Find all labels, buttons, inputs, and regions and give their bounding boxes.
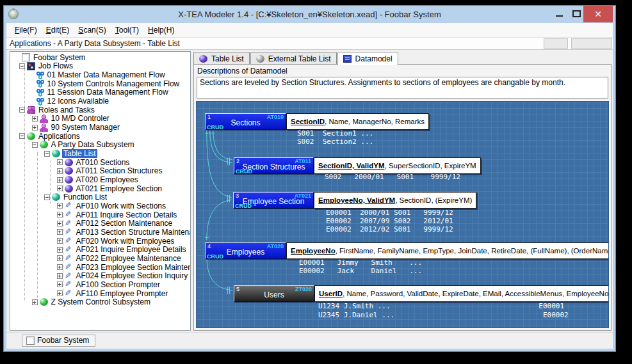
description-textbox[interactable]: Sections are leveled by Section Structur… — [197, 77, 608, 99]
title-bar[interactable]: X-TEA Modeler 1.4 - [C:¥Skeleton_en¥Skel… — [4, 6, 615, 23]
close-button[interactable]: ✕ — [583, 6, 613, 22]
sphere-purple-icon — [65, 159, 73, 166]
entity-employees[interactable]: 4AT020EmployeesCRUD — [205, 242, 286, 259]
tree-item-at010-sections[interactable]: +AT010 Sections — [10, 158, 190, 167]
tree-item-at021-employee-section[interactable]: +AT021 Employee Section — [10, 184, 190, 193]
tree-item-af011-inquire-section-details[interactable]: +AF011 Inquire Section Details — [10, 210, 190, 219]
expand-box[interactable]: + — [57, 247, 63, 253]
tree-item-af020-work-with-employees[interactable]: +AF020 Work with Employees — [10, 237, 190, 246]
tree-item-af012-section-maintenance[interactable]: +AF012 Section Maintenance — [10, 219, 190, 228]
entity-users[interactable]: 5ZT020Users — [234, 285, 314, 302]
tree-item-10-system-controls-management-flow[interactable]: 10 System Controls Management Flow — [10, 79, 190, 88]
other-attributes: , SectionID, (ExpireYM) — [395, 196, 472, 204]
sphere-green-icon — [40, 141, 48, 148]
collapse-box[interactable]: − — [19, 107, 25, 113]
entity-attributes-section-structures[interactable]: SectionID, ValidYM, SuperSectionID, Expi… — [314, 157, 481, 174]
tree-item-roles-and-tasks[interactable]: −Roles and Tasks — [10, 106, 190, 115]
tree-item-90-system-manager[interactable]: +90 System Manager — [10, 123, 190, 132]
tree-item-label: Z System Control Subsystem — [50, 297, 152, 306]
expand-box[interactable]: + — [57, 273, 63, 279]
project-tree[interactable]: Foobar System−Job Flows01 Master Data Ma… — [10, 51, 191, 331]
window-title: X-TEA Modeler 1.4 - [C:¥Skeleton_en¥Skel… — [4, 6, 615, 23]
expand-box[interactable]: + — [57, 264, 63, 270]
expand-box[interactable]: + — [57, 290, 63, 296]
expand-box[interactable]: + — [57, 221, 63, 226]
expand-box[interactable]: + — [57, 229, 63, 235]
expand-box[interactable]: + — [57, 168, 63, 174]
collapse-box[interactable]: − — [44, 194, 50, 200]
entity-sections[interactable]: 1AT010SectionsCRUD — [205, 113, 286, 130]
pencil-icon — [65, 289, 73, 297]
maximize-button[interactable] — [569, 6, 585, 22]
sphere-purple-icon — [65, 176, 73, 184]
tree-item-label: Applications — [37, 132, 81, 141]
collapse-box[interactable]: − — [19, 133, 25, 139]
tab-external-table-list[interactable]: External Table List — [250, 52, 337, 65]
status-window-label: Foobar System — [37, 335, 89, 346]
tree-item-af013-section-structure-maintenance[interactable]: +AF013 Section Structure Maintenance — [10, 228, 190, 237]
tree-item-a-party-data-subsystem[interactable]: −A Party Data Subsystem — [10, 141, 190, 150]
expand-box[interactable]: + — [57, 203, 63, 209]
collapse-box[interactable]: − — [32, 142, 38, 148]
primary-key-attributes: SectionID — [291, 118, 325, 125]
tree-item-10-m-d-controler[interactable]: +10 M/D Controler — [10, 115, 190, 123]
entity-employee-section[interactable]: 3AT021Employee SectionCRUD — [233, 192, 314, 209]
tree-item-at011-section-structures[interactable]: +AT011 Section Structures — [10, 167, 190, 176]
sphere-green-icon — [40, 298, 48, 306]
tree-item-11-session-data-management-flow[interactable]: 11 Session Data Management Flow — [10, 88, 190, 97]
status-window-button[interactable]: Foobar System — [22, 335, 95, 347]
collapse-box[interactable]: − — [44, 151, 50, 157]
expand-box[interactable]: + — [57, 281, 63, 287]
pencil-icon — [65, 210, 73, 219]
collapse-box[interactable]: − — [19, 63, 25, 69]
tree-item-function-list[interactable]: −Function List — [10, 193, 190, 202]
tree-item-at020-employees[interactable]: +AT020 Employees — [10, 175, 190, 184]
tree-item-label: AF021 Inquire Employee Details — [75, 245, 188, 254]
entity-attributes-sections[interactable]: SectionID, Name, ManagerNo, Remarks — [286, 113, 429, 130]
expand-box[interactable]: + — [32, 116, 38, 122]
tree-item-job-flows[interactable]: −Job Flows — [10, 62, 190, 71]
minimize-button[interactable] — [553, 6, 567, 22]
flow-icon — [36, 79, 44, 88]
expand-box[interactable]: + — [57, 212, 63, 218]
datamodel-canvas[interactable]: 1AT010SectionsCRUDSectionID, Name, Manag… — [196, 101, 609, 328]
tree-item-01-master-data-management-flow[interactable]: 01 Master Data Management Flow — [10, 70, 190, 79]
entity-attributes-users[interactable]: UserID, Name, Password, ValidDate, Expir… — [314, 285, 609, 302]
entity-attributes-employees[interactable]: EmployeeNo, FirstName, FamilyName, EmpTy… — [286, 242, 609, 259]
tree-item-label: AF110 Employee Prompter — [75, 289, 170, 298]
tree-item-af100-section-prompter[interactable]: +AF100 Section Prompter — [10, 280, 190, 289]
tree-item-af010-work-with-sections[interactable]: +AF010 Work with Sections — [10, 202, 190, 210]
tree-item-table-list[interactable]: −Table List — [10, 149, 190, 158]
tab-table-list[interactable]: Table List — [193, 52, 250, 65]
document-icon — [26, 336, 35, 345]
menu-edit[interactable]: Edit(E) — [42, 24, 74, 36]
tree-item-af021-inquire-employee-details[interactable]: +AF021 Inquire Employee Details — [10, 245, 190, 254]
menu-bar: File(F)Edit(E)Scan(S)Tool(T)Help(H) — [6, 23, 613, 38]
tree-item-z-system-control-subsystem[interactable]: +Z System Control Subsystem — [10, 297, 190, 306]
expand-box[interactable]: + — [57, 255, 63, 261]
sample-data-row: S002 Section2 ... — [297, 138, 373, 146]
tree-item-12-icons-available[interactable]: 12 Icons Available — [10, 97, 190, 106]
tree-item-af022-employee-maintenance[interactable]: +AF022 Employee Maintenance — [10, 254, 190, 263]
tree-item-foobar-system[interactable]: Foobar System — [10, 53, 190, 62]
menu-file[interactable]: File(F) — [10, 24, 42, 36]
entity-name: Users — [234, 290, 314, 299]
tree-item-af110-employee-prompter[interactable]: +AF110 Employee Prompter — [10, 289, 190, 298]
expand-box[interactable]: + — [57, 177, 63, 183]
menu-tool[interactable]: Tool(T) — [111, 24, 143, 36]
menu-scan[interactable]: Scan(S) — [74, 24, 110, 36]
menu-help[interactable]: Help(H) — [143, 24, 179, 36]
expand-box[interactable]: + — [57, 186, 63, 191]
tree-item-label: Function List — [62, 193, 108, 202]
tree-item-label: AT011 Section Structures — [75, 166, 164, 175]
tree-item-applications[interactable]: −Applications — [10, 132, 190, 141]
entity-attributes-employee-section[interactable]: EmployeeNo, ValidYM, SectionID, (ExpireY… — [314, 192, 476, 209]
expand-box[interactable]: + — [57, 238, 63, 244]
entity-section-structures[interactable]: 2AT011Section StructuresCRUD — [234, 157, 314, 174]
expand-box[interactable]: + — [32, 299, 38, 305]
expand-box[interactable]: + — [32, 125, 38, 131]
tab-datamodel[interactable]: Datamodel — [337, 52, 398, 65]
tree-item-af024-employee-section-inquiry[interactable]: +AF024 Employee Section Inquiry — [10, 271, 190, 280]
expand-box[interactable]: + — [57, 159, 63, 165]
tree-item-af023-employee-section-maintenance[interactable]: +AF023 Employee Section Maintenance — [10, 263, 190, 272]
